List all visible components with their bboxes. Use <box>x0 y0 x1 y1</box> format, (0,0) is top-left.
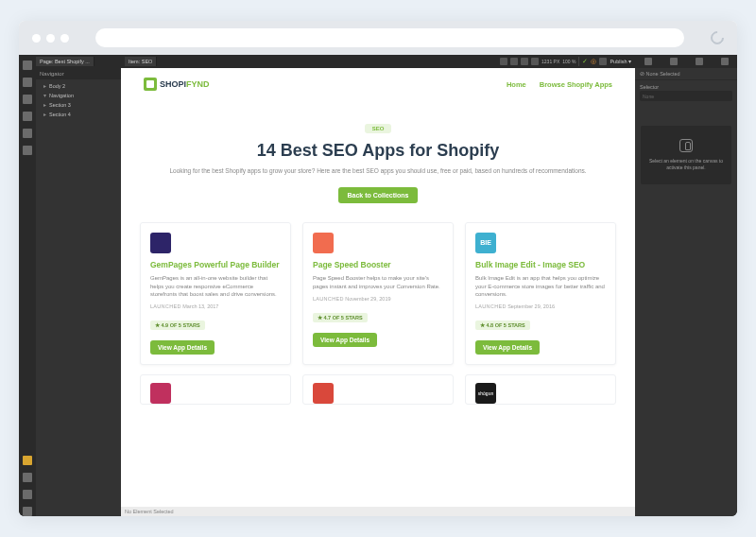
view-details-button[interactable]: View App Details <box>475 340 540 355</box>
tree-item-navigation[interactable]: ▾Navigation <box>36 91 121 100</box>
element-icon[interactable] <box>721 58 729 65</box>
page-subtitle: Looking for the best Shopify apps to gro… <box>159 166 597 175</box>
add-icon[interactable] <box>23 61 32 70</box>
view-details-button[interactable]: View App Details <box>313 333 377 347</box>
audit-icon[interactable] <box>23 456 32 465</box>
card-title[interactable]: Page Speed Booster <box>313 260 443 269</box>
browser-chrome <box>19 21 737 55</box>
site-logo[interactable]: SHOPIFYND <box>144 78 210 91</box>
nav-browse[interactable]: Browse Shopify Apps <box>540 80 612 89</box>
breakpoint-icon[interactable] <box>521 58 528 65</box>
designer-app: Page: Best Shopify ... Navigator ▸Body 2… <box>19 55 737 516</box>
hint-text: Select an element on the canvas to activ… <box>646 158 726 171</box>
breakpoint-icon[interactable] <box>510 58 518 65</box>
site-nav: Home Browse Shopify Apps <box>507 80 612 89</box>
empty-panel-hint: Select an element on the canvas to activ… <box>641 126 731 184</box>
style-tabs <box>635 55 737 68</box>
navigator-tree: ▸Body 2 ▾Navigation ▸Section 3 ▸Section … <box>36 79 121 121</box>
settings-icon[interactable] <box>23 146 32 155</box>
selector-input[interactable]: None <box>640 91 732 101</box>
app-card: GemPages Powerful Page Builder GemPages … <box>140 222 291 365</box>
status-bar: No Element Selected <box>121 507 635 516</box>
gear-icon[interactable] <box>670 58 678 65</box>
navigator-title: Navigator <box>36 68 121 79</box>
app-card: shōgun <box>465 374 616 405</box>
app-cards-row-partial: shōgun <box>121 371 635 405</box>
video-icon[interactable] <box>23 507 32 516</box>
site-header: SHOPIFYND Home Browse Shopify Apps <box>121 68 635 100</box>
selection-indicator: ⊘ None Selected <box>635 68 737 80</box>
cursor-icon <box>679 139 693 152</box>
navigator-topbar: Page: Best Shopify ... <box>36 55 121 68</box>
browser-window: Page: Best Shopify ... Navigator ▸Body 2… <box>19 21 737 516</box>
logo-mark-icon <box>144 78 157 91</box>
app-icon <box>150 233 171 253</box>
nav-home[interactable]: Home <box>507 80 526 89</box>
preview-icon[interactable] <box>599 58 607 65</box>
brush-icon[interactable] <box>644 58 652 65</box>
app-icon <box>150 383 171 404</box>
app-icon <box>313 233 334 253</box>
site-preview: SHOPIFYND Home Browse Shopify Apps SEO 1… <box>121 68 635 405</box>
app-card <box>302 374 454 405</box>
card-desc: GemPages is an all-in-one website builde… <box>150 274 281 298</box>
card-launched: LAUNCHED September 29, 2016 <box>475 303 606 309</box>
breakpoint-icon[interactable] <box>531 58 539 65</box>
app-icon <box>313 383 334 404</box>
left-tool-rail <box>19 55 36 516</box>
app-card <box>140 374 291 405</box>
category-badge: SEO <box>365 124 392 133</box>
reload-icon[interactable] <box>708 28 727 47</box>
card-desc: Page Speed Booster helps to make your si… <box>313 274 443 290</box>
hero-section: SEO 14 Best SEO Apps for Shopify Looking… <box>121 100 635 217</box>
window-controls <box>32 34 69 43</box>
back-button[interactable]: Back to Collections <box>338 187 419 203</box>
ecommerce-icon[interactable] <box>23 112 32 121</box>
pages-icon[interactable] <box>23 78 32 87</box>
breakpoint-icon[interactable] <box>500 58 507 65</box>
page-indicator[interactable]: Page: Best Shopify ... <box>36 57 94 66</box>
card-desc: Bulk Image Edit is an app that helps you… <box>475 274 606 298</box>
card-launched: LAUNCHED March 13, 2017 <box>150 303 281 309</box>
window-dot[interactable] <box>60 34 69 43</box>
window-dot[interactable] <box>32 34 41 43</box>
app-icon: BIE <box>475 233 496 253</box>
navigator-panel: Page: Best Shopify ... Navigator ▸Body 2… <box>36 55 121 516</box>
tree-item-section4[interactable]: ▸Section 4 <box>36 110 121 119</box>
tree-item-body[interactable]: ▸Body 2 <box>36 81 121 91</box>
canvas-toolbar: Item: SEO 1231 PX 100 % ✓ ◎ Publish ▾ <box>121 55 635 68</box>
card-rating: 4.9 OF 5 STARS <box>150 320 205 330</box>
help-icon[interactable] <box>23 490 32 499</box>
app-card: Page Speed Booster Page Speed Booster he… <box>302 222 454 365</box>
cms-icon[interactable] <box>23 95 32 104</box>
selector-label: Selector <box>635 80 737 91</box>
app-card: BIE Bulk Image Edit - Image SEO Bulk Ima… <box>465 222 616 365</box>
app-cards-row: GemPages Powerful Page Builder GemPages … <box>121 217 635 371</box>
style-panel: ⊘ None Selected Selector None Select an … <box>635 55 737 516</box>
design-canvas[interactable]: SHOPIFYND Home Browse Shopify Apps SEO 1… <box>121 68 635 507</box>
page-title: 14 Best SEO Apps for Shopify <box>159 141 597 161</box>
app-icon: shōgun <box>475 383 496 404</box>
window-dot[interactable] <box>46 34 55 43</box>
card-launched: LAUNCHED November 29, 2019 <box>313 296 443 302</box>
target-icon[interactable]: ◎ <box>591 58 596 65</box>
card-rating: 4.8 OF 5 STARS <box>475 320 530 330</box>
assets-icon[interactable] <box>23 129 32 138</box>
canvas-width: 1231 PX <box>541 59 559 64</box>
tree-item-section3[interactable]: ▸Section 3 <box>36 100 121 110</box>
url-bar[interactable] <box>95 28 684 47</box>
item-indicator[interactable]: Item: SEO <box>125 57 157 66</box>
card-title[interactable]: Bulk Image Edit - Image SEO <box>475 260 606 269</box>
view-details-button[interactable]: View App Details <box>150 340 215 355</box>
card-title[interactable]: GemPages Powerful Page Builder <box>150 260 281 269</box>
card-rating: 4.7 OF 5 STARS <box>313 313 368 322</box>
center-area: Item: SEO 1231 PX 100 % ✓ ◎ Publish ▾ <box>121 55 635 516</box>
check-icon[interactable]: ✓ <box>582 58 588 65</box>
canvas-zoom: 100 % <box>562 59 576 64</box>
search-icon[interactable] <box>23 473 32 482</box>
publish-button[interactable]: Publish ▾ <box>610 59 631 64</box>
interactions-icon[interactable] <box>696 58 703 65</box>
